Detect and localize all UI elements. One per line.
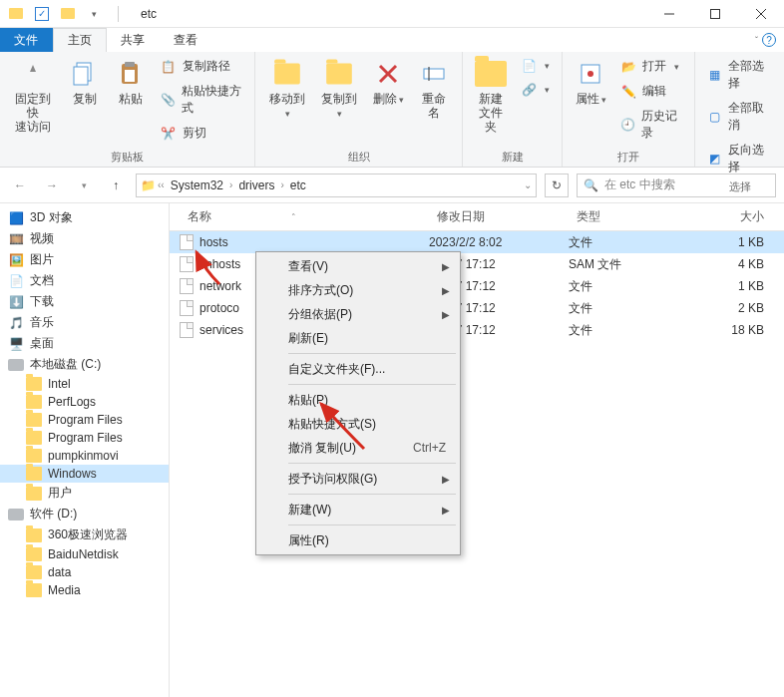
tree-item[interactable]: BaiduNetdisk xyxy=(0,545,169,563)
forward-button[interactable]: → xyxy=(40,174,64,197)
dropdown-icon[interactable]: ⌄ xyxy=(524,179,532,190)
history-button[interactable]: 🕘历史记录 xyxy=(616,106,686,144)
chevron-icon[interactable]: ‹‹ xyxy=(158,179,165,190)
chevron-right-icon: ▶ xyxy=(442,505,450,516)
table-row[interactable]: hosts2023/2/2 8:02文件1 KB xyxy=(170,231,784,253)
tree-item[interactable]: data xyxy=(0,563,169,581)
tree-item[interactable]: 🖼️图片 xyxy=(0,249,169,270)
paste-shortcut-button[interactable]: 📎粘贴快捷方式 xyxy=(157,81,247,119)
obj-icon: 🟦 xyxy=(8,211,24,225)
group-new-label: 新建 xyxy=(471,148,554,165)
refresh-button[interactable]: ↻ xyxy=(545,174,569,197)
tree-item[interactable]: ⬇️下载 xyxy=(0,291,169,312)
menu-undo[interactable]: 撤消 复制(U)Ctrl+Z xyxy=(258,436,458,460)
col-size[interactable]: 大小 xyxy=(668,208,784,225)
breadcrumb[interactable]: 📁 ‹‹ System32 › drivers › etc ⌄ xyxy=(136,174,537,197)
tree-item[interactable]: Program Files xyxy=(0,411,169,429)
new-folder-button[interactable]: 新建 文件夹 xyxy=(471,56,511,136)
tree-item-label: pumpkinmovi xyxy=(48,449,119,463)
menu-paste[interactable]: 粘贴(P) xyxy=(258,388,458,412)
menu-properties[interactable]: 属性(R) xyxy=(258,528,458,552)
recent-button[interactable]: ▾ xyxy=(72,174,96,197)
tree-item[interactable]: 360极速浏览器 xyxy=(0,524,169,545)
open-button[interactable]: 📂打开▾ xyxy=(616,56,686,77)
sort-indicator-icon: ˄ xyxy=(291,212,296,222)
qat-checkbox-icon[interactable]: ✓ xyxy=(34,6,50,22)
new-item-button[interactable]: 📄▾ xyxy=(517,56,554,76)
svg-rect-1 xyxy=(711,9,720,18)
tab-share[interactable]: 共享 xyxy=(107,28,160,52)
tree-item[interactable]: Program Files xyxy=(0,429,169,447)
close-button[interactable] xyxy=(738,0,784,28)
tab-home[interactable]: 主页 xyxy=(53,28,107,52)
pin-button[interactable]: 固定到快 速访问 xyxy=(8,56,59,136)
tree-item-label: Intel xyxy=(48,377,71,391)
tree-item[interactable]: 📄文档 xyxy=(0,270,169,291)
cut-button[interactable]: ✂️剪切 xyxy=(157,123,247,144)
col-name[interactable]: 名称 xyxy=(188,208,211,225)
tree-item[interactable]: 🎵音乐 xyxy=(0,312,169,333)
disk-icon xyxy=(8,359,24,371)
breadcrumb-item[interactable]: System32 xyxy=(167,178,227,192)
rename-button[interactable]: 重命名 xyxy=(414,56,454,122)
select-all-button[interactable]: ▦全部选择 xyxy=(703,56,776,94)
tree-item[interactable]: Media xyxy=(0,581,169,599)
tree-item-label: 文档 xyxy=(30,272,54,289)
back-button[interactable]: ← xyxy=(8,174,32,197)
context-menu: 查看(V)▶ 排序方式(O)▶ 分组依据(P)▶ 刷新(E) 自定义文件夹(F)… xyxy=(255,251,461,555)
invert-selection-button[interactable]: ◩反向选择 xyxy=(703,140,776,177)
menu-paste-shortcut[interactable]: 粘贴快捷方式(S) xyxy=(258,412,458,436)
nav-tree[interactable]: 🟦3D 对象🎞️视频🖼️图片📄文档⬇️下载🎵音乐🖥️桌面本地磁盘 (C:)Int… xyxy=(0,203,170,697)
up-button[interactable]: ↑ xyxy=(104,174,128,197)
qat-dropdown-icon[interactable]: ▾ xyxy=(86,6,102,22)
menu-customize[interactable]: 自定义文件夹(F)... xyxy=(258,357,458,381)
tree-item[interactable]: 🖥️桌面 xyxy=(0,333,169,354)
copy-path-button[interactable]: 📋复制路径 xyxy=(157,56,247,77)
folder-icon xyxy=(26,487,42,501)
menu-grant-access[interactable]: 授予访问权限(G)▶ xyxy=(258,467,458,491)
menu-sort[interactable]: 排序方式(O)▶ xyxy=(258,278,458,302)
move-to-button[interactable]: 移动到▾ xyxy=(263,56,309,123)
tree-item[interactable]: PerfLogs xyxy=(0,393,169,411)
edit-button[interactable]: ✏️编辑 xyxy=(616,81,686,102)
menu-group[interactable]: 分组依据(P)▶ xyxy=(258,302,458,326)
menu-view[interactable]: 查看(V)▶ xyxy=(258,254,458,278)
chevron-icon[interactable]: › xyxy=(229,179,232,190)
tree-item[interactable]: 软件 (D:) xyxy=(0,504,169,524)
paste-button[interactable]: 粘贴 xyxy=(111,56,151,108)
breadcrumb-item[interactable]: etc xyxy=(286,178,310,192)
easy-access-button[interactable]: 🔗▾ xyxy=(517,80,554,100)
chevron-icon[interactable]: › xyxy=(280,179,283,190)
properties-button[interactable]: 属性▾ xyxy=(571,56,610,109)
tab-view[interactable]: 查看 xyxy=(160,28,212,52)
col-type[interactable]: 类型 xyxy=(569,208,668,225)
search-input[interactable]: 🔍 在 etc 中搜索 xyxy=(577,174,776,197)
select-none-button[interactable]: ▢全部取消 xyxy=(703,98,776,136)
maximize-button[interactable] xyxy=(692,0,738,28)
help-button[interactable]: ˇ? xyxy=(753,28,776,52)
menu-separator xyxy=(288,384,456,385)
file-icon xyxy=(180,256,194,272)
tree-item[interactable]: 本地磁盘 (C:) xyxy=(0,354,169,375)
col-date[interactable]: 修改日期 xyxy=(429,208,569,225)
file-type: 文件 xyxy=(569,300,668,317)
copy-to-button[interactable]: 复制到▾ xyxy=(316,56,362,123)
tree-item[interactable]: 🎞️视频 xyxy=(0,228,169,249)
tree-item-label: 下载 xyxy=(30,293,54,310)
tree-item[interactable]: pumpkinmovi xyxy=(0,447,169,465)
copy-button[interactable]: 复制 xyxy=(65,56,105,108)
menu-new[interactable]: 新建(W)▶ xyxy=(258,498,458,522)
tree-item[interactable]: Intel xyxy=(0,375,169,393)
delete-button[interactable]: 删除▾ xyxy=(368,56,408,109)
column-headers[interactable]: 名称˄ 修改日期 类型 大小 xyxy=(170,203,784,231)
tab-file[interactable]: 文件 xyxy=(0,28,53,52)
tree-item-label: 图片 xyxy=(30,251,54,268)
tree-item[interactable]: Windows xyxy=(0,465,169,483)
tree-item-label: Program Files xyxy=(48,413,123,427)
breadcrumb-item[interactable]: drivers xyxy=(234,178,278,192)
menu-refresh[interactable]: 刷新(E) xyxy=(258,326,458,350)
minimize-button[interactable] xyxy=(646,0,692,28)
tree-item[interactable]: 用户 xyxy=(0,483,169,504)
tree-item-label: 用户 xyxy=(48,485,72,502)
tree-item[interactable]: 🟦3D 对象 xyxy=(0,207,169,228)
